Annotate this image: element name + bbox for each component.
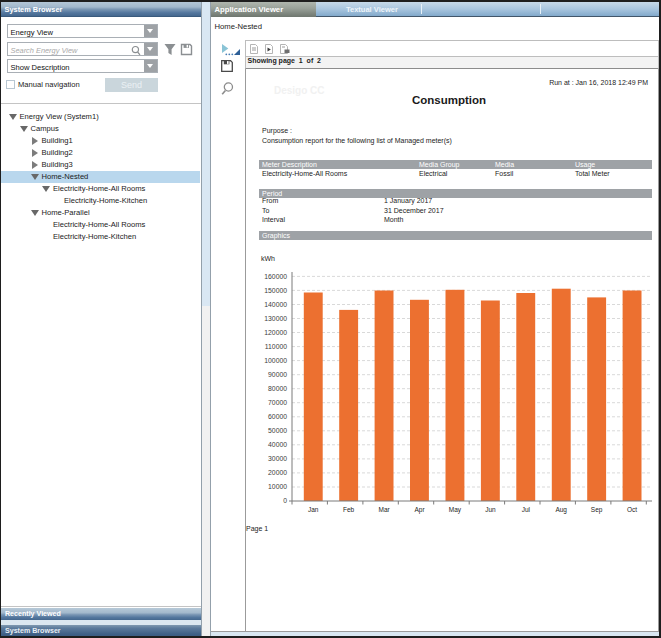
svg-text:70000: 70000 [268, 399, 287, 406]
svg-text:Jun: Jun [485, 506, 496, 513]
svg-text:30000: 30000 [268, 455, 287, 462]
svg-text:10000: 10000 [268, 483, 287, 490]
svg-text:90000: 90000 [268, 371, 287, 378]
svg-text:130000: 130000 [264, 315, 287, 322]
svg-text:160000: 160000 [264, 273, 287, 280]
svg-text:Oct: Oct [627, 506, 637, 513]
svg-text:Mar: Mar [378, 506, 390, 513]
svg-text:60000: 60000 [268, 413, 287, 420]
svg-text:Jan: Jan [308, 506, 319, 513]
svg-text:40000: 40000 [268, 441, 287, 448]
svg-text:Feb: Feb [343, 506, 355, 513]
svg-text:Jul: Jul [522, 506, 531, 513]
svg-text:20000: 20000 [268, 469, 287, 476]
svg-text:0: 0 [283, 497, 287, 504]
svg-text:Aug: Aug [555, 506, 567, 514]
svg-text:100000: 100000 [264, 357, 287, 364]
svg-text:80000: 80000 [268, 385, 287, 392]
svg-text:Sep: Sep [591, 506, 603, 514]
svg-text:May: May [449, 506, 462, 514]
svg-text:140000: 140000 [264, 301, 287, 308]
svg-text:110000: 110000 [265, 343, 287, 350]
svg-text:120000: 120000 [264, 329, 287, 336]
svg-text:150000: 150000 [264, 287, 287, 294]
svg-text:Apr: Apr [414, 506, 425, 514]
svg-text:50000: 50000 [268, 427, 287, 434]
